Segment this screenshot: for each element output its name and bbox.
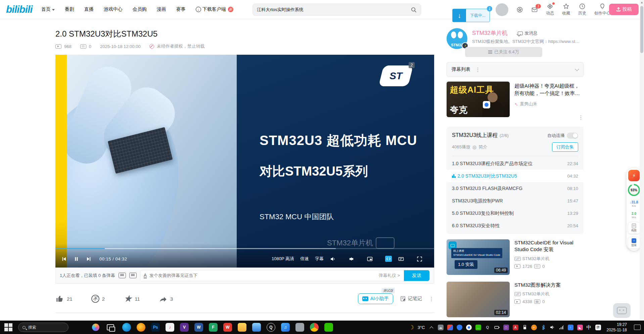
fullscreen-icon[interactable] (416, 256, 423, 262)
taskbar-app-grey[interactable] (295, 323, 304, 332)
next-button[interactable] (86, 256, 92, 262)
send-message-link[interactable]: 发消息 (518, 30, 538, 36)
taskbar-app-edge[interactable] (122, 323, 131, 332)
search-icon[interactable] (411, 7, 417, 13)
tray-wechat-icon[interactable]: … (475, 325, 481, 330)
taskbar-app-green[interactable]: F (209, 323, 218, 332)
tray-player-icon[interactable] (466, 325, 472, 330)
page-scrollbar[interactable]: ▲ (640, 0, 644, 321)
nav-live[interactable]: 直播 (84, 6, 94, 12)
weather-icon[interactable]: ☽ (409, 324, 414, 331)
video-thumbnail[interactable]: 线上课程STM32CubeIDE for Visual Studio Code … (447, 239, 510, 275)
tray-adobe-icon[interactable]: A (513, 325, 518, 330)
volume-icon[interactable] (330, 256, 336, 262)
chat-widget[interactable] (613, 303, 631, 318)
recommended-uploader[interactable]: UP STM32单片机 (514, 291, 584, 297)
tray-purple-icon[interactable]: □ (503, 325, 509, 330)
usb-icon[interactable] (522, 325, 527, 330)
taskbar-app-wechat[interactable] (324, 323, 333, 332)
search-tool-button[interactable]: ⌕ 搜索 (628, 237, 640, 249)
tray-pink-icon[interactable]: ◣ (577, 325, 583, 330)
tray-upload-icon[interactable]: ↑ (568, 325, 573, 330)
recommended-uploader[interactable]: UP STM32单片机 (514, 256, 584, 262)
channel-name[interactable]: STM32单片机 (472, 29, 508, 37)
danmaku-settings-icon[interactable] (129, 273, 137, 278)
history-icon[interactable]: 历史 (578, 3, 586, 16)
episode-row[interactable]: 6.0 STM32U3安全特性20:54 (447, 220, 584, 232)
ai-assistant-button[interactable]: AI小助手 测试版 (358, 293, 393, 304)
send-button[interactable]: 发送 (404, 270, 429, 281)
take-notes-button[interactable]: 记笔记 (400, 296, 422, 302)
weather-temp[interactable]: 3°C (418, 325, 425, 330)
recommended-title[interactable]: STM32图形解决方案 (514, 282, 584, 288)
accelerator-icon[interactable]: ⚡ (628, 170, 640, 181)
tray-shield-icon[interactable] (457, 325, 462, 330)
tray-qq-icon[interactable]: Q (485, 325, 491, 330)
subscribe-collection-button[interactable]: 订阅合集 (552, 142, 578, 152)
danmaku-toggle-icon[interactable] (119, 273, 126, 278)
settings-icon[interactable] (348, 256, 355, 262)
tray-app-icon[interactable] (447, 325, 453, 330)
pause-button[interactable] (73, 256, 80, 262)
taskbar-app-purple[interactable]: V (180, 323, 189, 332)
taskbar-app-explorer[interactable] (252, 323, 261, 332)
mini-player-icon[interactable] (385, 256, 392, 262)
video-thumbnail[interactable]: 02:14 (447, 282, 510, 317)
ad-more-icon[interactable]: ⋮ (578, 114, 584, 121)
task-view-icon[interactable] (107, 324, 114, 330)
tray-search-icon[interactable]: ⌕ (531, 325, 537, 330)
ad-title[interactable]: 超级AI神器！夸克AI超级框，所有功能，一个搞定！效率… (514, 82, 584, 97)
nav-game-center[interactable]: 游戏中心 (104, 6, 123, 12)
scroll-up-arrow[interactable]: ▲ (640, 0, 644, 5)
nav-bangumi[interactable]: 番剧 (65, 6, 74, 12)
autoplay-toggle[interactable] (567, 133, 578, 139)
system-monitor-widget[interactable]: ⚡ 93% ↓31.8K/s 2.0M/s 截图 ⌕ 搜索 (627, 168, 641, 251)
taskbar-clock[interactable]: 19:272025-11-18 (607, 322, 627, 333)
recommended-video[interactable]: 线上课程STM32CubeIDE for Visual Studio Code … (447, 239, 584, 276)
percent-gauge[interactable]: 93% (628, 184, 640, 196)
taskbar-app-folder[interactable] (238, 323, 246, 332)
avatar[interactable] (496, 3, 508, 16)
ad-thumbnail[interactable]: 超级AI工具 夸克 (447, 82, 510, 117)
subtitle-button[interactable]: 字幕 (315, 256, 324, 262)
upload-button[interactable]: 投稿 (609, 4, 639, 15)
video-player[interactable]: ST 2 STM32U3 超低功耗 MCU 对比STM32U5系列 STM32 … (55, 55, 434, 268)
taskbar-search[interactable]: 搜索 (18, 323, 68, 332)
nav-download-client[interactable]: ↓ 下载客户端 新 (196, 6, 233, 12)
danmaku-list-header[interactable]: 弹幕列表 ⋮ (447, 62, 584, 77)
screenshot-button[interactable]: 截图 (628, 222, 640, 234)
network-icon[interactable] (559, 325, 564, 330)
episode-row[interactable]: 3.0 STM32U3 FLASH及RAMCFG08:10 (447, 182, 584, 195)
speed-button[interactable]: 倍速 (300, 256, 309, 262)
episode-row[interactable]: STM32U3电源控制PWR15:47 (447, 195, 584, 207)
text-style-icon[interactable]: A (144, 273, 147, 278)
taskbar-app-qq[interactable]: Q (267, 323, 275, 332)
taskbar-app-music[interactable]: ♪ (166, 323, 174, 332)
recommended-title[interactable]: STM32CubeIDE for Visual Studio Code 安装 (514, 239, 584, 253)
taskbar-app-photoshop[interactable]: Ps (151, 323, 160, 332)
taskbar-app-word[interactable]: W (194, 323, 203, 332)
danmaku-input-box[interactable]: A 弹幕礼仪 > 发送 (140, 270, 430, 281)
message-icon[interactable]: 1 (531, 6, 538, 13)
pip-icon[interactable] (367, 256, 373, 262)
taskbar-app-chrome[interactable] (310, 323, 319, 332)
favorites-icon[interactable]: 收藏 (562, 3, 570, 16)
theater-mode-icon[interactable] (398, 256, 404, 262)
vip-icon[interactable] (516, 6, 523, 13)
ad-card[interactable]: 超级AI工具 夸克 超级AI神器！夸克AI超级框，所有功能，一个搞定！效率… ➴… (447, 82, 584, 121)
nav-manga[interactable]: 漫画 (157, 6, 166, 12)
scrollbar-thumb[interactable] (640, 6, 643, 53)
playlist-intro[interactable]: 简介 (478, 144, 487, 150)
ime-mode-icon[interactable]: 拼 (595, 325, 601, 330)
more-options-icon[interactable]: ⋮ (429, 296, 434, 302)
prev-button[interactable] (61, 256, 67, 262)
bluetooth-icon[interactable] (541, 325, 546, 330)
share-button[interactable]: 3 (159, 294, 173, 303)
volume-icon[interactable] (550, 325, 555, 330)
download-progress-popup[interactable]: ↓ 下载中... 1 (452, 9, 490, 22)
nav-home[interactable]: 首页 (41, 6, 55, 12)
dislike-button[interactable]: 不 2 (91, 295, 105, 303)
etiquette-link[interactable]: 弹幕礼仪 > (379, 273, 400, 279)
tray-expand-icon[interactable] (429, 326, 433, 330)
taskbar-app-wps[interactable]: W (223, 323, 232, 332)
